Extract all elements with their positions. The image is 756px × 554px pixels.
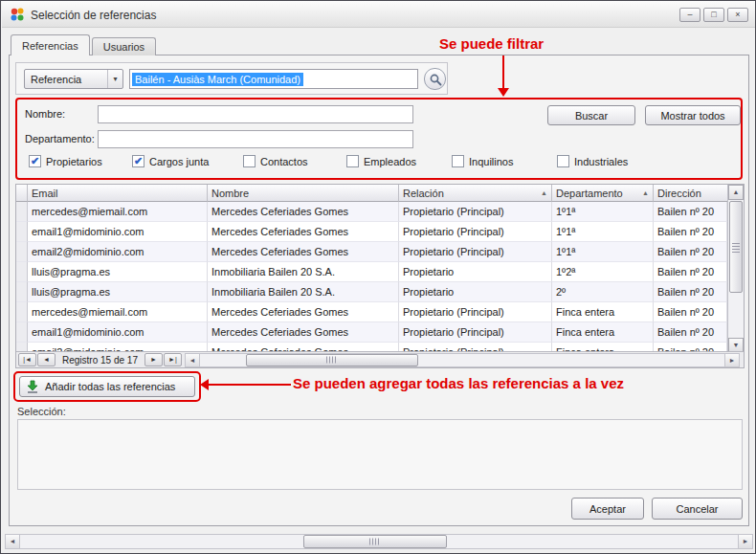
row-selector xyxy=(16,202,28,222)
checkbox-label: Cargos junta xyxy=(149,156,209,167)
cell-nombre: Inmobiliaria Bailen 20 S.A. xyxy=(208,282,399,302)
cell-relacion: Propietario (Principal) xyxy=(399,322,552,343)
department-input[interactable] xyxy=(98,130,413,148)
checkbox-empleados[interactable]: Empleados xyxy=(346,155,416,167)
column-label: Relación xyxy=(403,188,444,199)
selection-label: Selección: xyxy=(17,406,66,417)
scroll-left-icon[interactable]: ◄ xyxy=(186,354,200,366)
tab-referencias[interactable]: Referencias xyxy=(11,34,90,55)
app-icon xyxy=(10,7,25,22)
horizontal-scroll-thumb[interactable] xyxy=(246,354,418,366)
checkbox-label: Inquilinos xyxy=(469,156,513,167)
row-selector xyxy=(16,262,28,282)
scroll-up-icon[interactable]: ▲ xyxy=(728,185,744,200)
tab-strip: Referencias Usuarios xyxy=(11,34,158,55)
column-header-relacion[interactable]: Relación ▲ xyxy=(399,185,552,202)
search-icon xyxy=(429,73,442,86)
grid-horizontal-scrollbar[interactable]: ◄ ► xyxy=(185,353,740,367)
minimize-button[interactable]: – xyxy=(679,8,700,22)
dialog-window: Selección de referencias – □ × Referenci… xyxy=(0,0,756,554)
scroll-right-icon[interactable]: ► xyxy=(738,535,752,548)
window-controls: – □ × xyxy=(679,8,748,22)
table-row[interactable]: mercedes@miemail.com Mercedes Ceferiades… xyxy=(16,202,744,222)
window-scroll-thumb[interactable] xyxy=(303,535,447,548)
chevron-down-icon: ▾ xyxy=(107,70,122,88)
search-button[interactable]: Buscar xyxy=(547,105,635,125)
check-icon: ✔ xyxy=(134,156,143,166)
window-horizontal-scrollbar[interactable]: ◄ ► xyxy=(5,534,753,549)
close-button[interactable]: × xyxy=(727,8,748,22)
name-input[interactable] xyxy=(98,105,413,123)
table-row[interactable]: lluis@pragma.es Inmobiliaria Bailen 20 S… xyxy=(16,282,744,302)
accept-button[interactable]: Aceptar xyxy=(571,498,644,520)
cell-direccion: Bailen nº 20 xyxy=(654,322,727,343)
cell-email: email2@midominio.com xyxy=(28,242,208,262)
add-all-references-button[interactable]: Añadir todas las referencias xyxy=(19,376,195,397)
window-title: Selección de referencias xyxy=(31,9,156,22)
sort-asc-icon: ▲ xyxy=(541,189,547,196)
record-count-label: Registro 15 de 17 xyxy=(56,355,144,366)
table-row[interactable]: email2@midominio.com Mercedes Ceferiades… xyxy=(16,242,744,262)
cell-email: lluis@pragma.es xyxy=(28,262,208,282)
selection-panel xyxy=(17,419,743,490)
cell-email: lluis@pragma.es xyxy=(28,282,208,302)
column-header-departamento[interactable]: Departamento ▲ xyxy=(552,185,654,202)
checkbox-box xyxy=(557,155,569,167)
table-row[interactable]: lluis@pragma.es Inmobiliaria Bailen 20 S… xyxy=(16,262,744,282)
window-scroll-track[interactable] xyxy=(20,535,738,548)
cell-departamento: 1º1ª xyxy=(552,222,654,242)
checkbox-label: Contactos xyxy=(260,156,308,167)
checkbox-cargos-junta[interactable]: ✔ Cargos junta xyxy=(132,155,209,167)
sort-asc-icon: ▲ xyxy=(642,189,649,196)
department-label: Departamento: xyxy=(25,133,95,144)
tab-usuarios[interactable]: Usuarios xyxy=(92,37,156,55)
scroll-left-icon[interactable]: ◄ xyxy=(6,535,20,548)
scroll-right-icon[interactable]: ► xyxy=(724,354,739,366)
table-row[interactable]: email1@midominio.com Mercedes Ceferiades… xyxy=(16,222,744,242)
maximize-button[interactable]: □ xyxy=(703,8,724,22)
checkbox-contactos[interactable]: Contactos xyxy=(243,155,308,167)
table-row[interactable]: mercedes@miemail.com Mercedes Ceferiades… xyxy=(16,302,744,322)
prev-record-button[interactable]: ◄ xyxy=(37,353,56,366)
cancel-button[interactable]: Cancelar xyxy=(652,498,743,520)
reference-type-label: Referencia xyxy=(25,74,107,85)
cell-relacion: Propietario (Principal) xyxy=(399,302,552,322)
checkbox-inquilinos[interactable]: Inquilinos xyxy=(452,155,513,167)
table-row[interactable]: email1@midominio.com Mercedes Ceferiades… xyxy=(16,322,744,343)
cell-email: mercedes@miemail.com xyxy=(28,202,208,222)
reference-search-button[interactable] xyxy=(424,68,446,90)
row-selector xyxy=(16,322,28,343)
grid-body: mercedes@miemail.com Mercedes Ceferiades… xyxy=(16,202,744,353)
vertical-scroll-thumb[interactable] xyxy=(729,201,743,293)
checkbox-propietarios[interactable]: ✔ Propietarios xyxy=(29,155,102,167)
checkbox-industriales[interactable]: Industriales xyxy=(557,155,628,167)
reference-value-input[interactable]: Bailén - Ausiàs March (Comunidad) xyxy=(129,69,418,89)
column-header-nombre[interactable]: Nombre xyxy=(208,185,399,202)
cell-departamento: Finca entera xyxy=(552,322,654,343)
add-all-highlight-box: Añadir todas las referencias xyxy=(13,371,201,402)
annotation-arrow-left xyxy=(209,384,291,386)
column-label: Email xyxy=(32,188,58,199)
cell-nombre: Mercedes Ceferiades Gomes xyxy=(208,222,399,242)
cell-email: mercedes@miemail.com xyxy=(28,302,208,322)
last-record-button[interactable]: ►| xyxy=(164,353,182,366)
annotation-add-all: Se pueden agregar todas las referencias … xyxy=(293,375,624,391)
column-header-direccion[interactable]: Dirección xyxy=(654,185,727,202)
cell-direccion: Bailen nº 20 xyxy=(654,262,727,282)
title-bar[interactable]: Selección de referencias – □ × xyxy=(2,1,756,28)
add-all-label: Añadir todas las referencias xyxy=(45,381,175,392)
horizontal-scroll-track[interactable] xyxy=(200,354,724,366)
cell-departamento: 1º2ª xyxy=(552,262,654,282)
cell-email: email1@midominio.com xyxy=(28,322,208,343)
next-record-button[interactable]: ► xyxy=(145,353,163,366)
first-record-button[interactable]: |◄ xyxy=(18,353,36,366)
grid-vertical-scrollbar[interactable]: ▲ ▼ xyxy=(727,185,744,353)
cell-departamento: 1º1ª xyxy=(552,242,654,262)
checkbox-label: Propietarios xyxy=(46,156,102,167)
reference-type-dropdown[interactable]: Referencia ▾ xyxy=(24,69,123,89)
checkbox-box xyxy=(243,155,256,167)
show-all-button[interactable]: Mostrar todos xyxy=(645,105,741,125)
cell-nombre: Mercedes Ceferiades Gomes xyxy=(208,302,399,322)
column-header-email[interactable]: Email xyxy=(28,185,208,202)
column-label: Nombre xyxy=(211,188,249,199)
